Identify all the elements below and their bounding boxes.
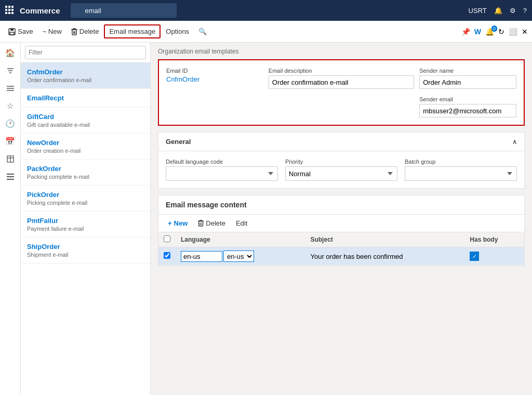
close-icon[interactable]: ✕ — [522, 28, 528, 36]
language-input[interactable] — [181, 251, 222, 262]
clock-icon[interactable]: 🕐 — [2, 115, 19, 132]
content-delete-label: Delete — [206, 219, 225, 227]
template-box: Email ID CnfmOrder Email description Sen… — [158, 59, 525, 126]
refresh-icon[interactable]: ↻ — [498, 28, 504, 36]
content-delete-button[interactable]: Delete — [194, 218, 230, 229]
general-section-body: Default language code Priority Normal Hi… — [158, 151, 524, 188]
sender-name-input[interactable] — [419, 75, 516, 89]
sender-email-field: Sender email — [419, 96, 516, 117]
toolbar-search-button[interactable]: 🔍 — [194, 25, 211, 37]
item-title-shiporder: ShipOrder — [27, 243, 144, 251]
app-title: Commerce — [20, 6, 60, 15]
filter-input[interactable] — [25, 46, 146, 59]
toolbar: Save ~ New Delete Email message Options … — [0, 21, 532, 43]
item-title-pickorder: PickOrder — [27, 191, 144, 199]
pin-icon[interactable]: 📌 — [461, 28, 470, 36]
content-new-button[interactable]: + New — [164, 218, 192, 229]
search-wrapper: 🔍 — [71, 3, 177, 18]
general-section: General ∧ Default language code Priority… — [158, 132, 525, 189]
open-in-icon[interactable]: ⬜ — [509, 28, 517, 36]
filter-icon[interactable] — [2, 62, 19, 79]
save-button[interactable]: Save — [4, 25, 37, 37]
row-check-cell — [158, 247, 176, 266]
main-layout: 🏠 ☆ 🕐 📅 CnfmOrder Order confirmation e-m… — [0, 43, 532, 395]
svg-rect-2 — [11, 6, 14, 8]
save-label: Save — [18, 28, 33, 35]
row-checkbox[interactable] — [164, 252, 170, 259]
email-desc-label: Email description — [269, 68, 414, 74]
item-subtitle-pmtfailur: Payment failure e-mail — [27, 226, 144, 232]
svg-rect-24 — [7, 174, 14, 175]
hasbody-cell: ✓ — [464, 247, 524, 266]
list-panel: CnfmOrder Order confirmation e-mail Emai… — [21, 43, 151, 395]
item-title-neworder: NewOrder — [27, 139, 144, 147]
list-icon[interactable] — [2, 80, 19, 97]
calendar-icon[interactable]: 📅 — [2, 133, 19, 150]
email-desc-input[interactable] — [269, 75, 414, 89]
delete-button[interactable]: Delete — [67, 25, 103, 37]
svg-rect-4 — [8, 9, 10, 11]
list-item-pmtfailur[interactable]: PmtFailur Payment failure e-mail — [21, 212, 150, 238]
select-all-checkbox[interactable] — [164, 235, 170, 242]
svg-rect-8 — [11, 12, 14, 14]
sender-name-field: Sender name — [419, 68, 516, 89]
icon-bar: 🏠 ☆ 🕐 📅 — [0, 43, 21, 395]
lang-code-label: Default language code — [166, 159, 278, 165]
list-item-cnfmorder[interactable]: CnfmOrder Order confirmation e-mail — [21, 63, 150, 89]
item-title-pmtfailur: PmtFailur — [27, 217, 144, 225]
word-icon[interactable]: W — [474, 28, 481, 36]
svg-rect-5 — [11, 9, 14, 11]
table-row[interactable]: en-us Your order has been confirmed ✓ — [158, 247, 524, 266]
language-dropdown[interactable]: en-us — [223, 251, 254, 262]
item-title-cnfmorder: CnfmOrder — [27, 68, 144, 76]
svg-rect-11 — [10, 32, 14, 35]
svg-rect-27 — [199, 221, 203, 227]
general-section-header[interactable]: General ∧ — [158, 133, 524, 151]
priority-select[interactable]: Normal High Low — [285, 166, 397, 181]
lang-cell: en-us — [181, 251, 300, 262]
general-fields-row: Default language code Priority Normal Hi… — [166, 159, 517, 181]
new-button[interactable]: ~ New — [38, 25, 66, 37]
bell-icon[interactable]: 🔔 — [494, 7, 502, 15]
notification-icon[interactable]: 🔔0 — [485, 28, 494, 36]
list-filter-area — [21, 43, 150, 63]
home-icon[interactable]: 🏠 — [2, 45, 19, 61]
content-new-label: New — [174, 219, 188, 227]
general-title: General — [166, 138, 191, 146]
list-item-shiporder[interactable]: ShipOrder Shipment e-mail — [21, 238, 150, 264]
svg-rect-25 — [7, 176, 14, 177]
spacer1 — [166, 94, 263, 117]
content-edit-button[interactable]: Edit — [232, 218, 251, 229]
item-title-emailrecpt: EmailRecpt — [27, 94, 144, 102]
content-edit-label: Edit — [236, 219, 247, 227]
priority-field: Priority Normal High Low — [285, 159, 397, 181]
list-item-emailrecpt[interactable]: EmailRecpt — [21, 89, 150, 108]
list-item-neworder[interactable]: NewOrder Order creation e-mail — [21, 134, 150, 160]
top-nav: Commerce 🔍 USRT 🔔 ⚙ ? — [0, 0, 532, 21]
content-section: Email message content + New Delete Edit — [158, 195, 525, 266]
grid-icon[interactable] — [5, 6, 14, 16]
item-title-packorder: PackOrder — [27, 165, 144, 173]
template-section-title: Organization email templates — [158, 48, 525, 55]
star-icon[interactable]: ☆ — [2, 98, 19, 114]
lines-icon[interactable] — [2, 168, 19, 185]
active-tab-label: Email message — [109, 28, 155, 35]
batch-group-select[interactable] — [405, 166, 517, 181]
email-message-tab[interactable]: Email message — [104, 24, 161, 38]
list-item-packorder[interactable]: PackOrder Packing complete e-mail — [21, 160, 150, 186]
settings-icon[interactable]: ⚙ — [510, 7, 516, 15]
list-item-pickorder[interactable]: PickOrder Picking complete e-mail — [21, 186, 150, 212]
table-icon[interactable] — [2, 151, 19, 167]
help-icon[interactable]: ? — [523, 7, 527, 15]
item-subtitle-packorder: Packing complete e-mail — [27, 174, 144, 180]
lang-code-select[interactable] — [166, 166, 278, 181]
options-button[interactable]: Options — [162, 25, 193, 37]
item-title-giftcard: GiftCard — [27, 113, 144, 121]
new-label: ~ New — [43, 28, 62, 35]
global-search-input[interactable] — [71, 3, 177, 18]
sender-email-input[interactable] — [419, 104, 516, 117]
subject-cell: Your order has been confirmed — [305, 247, 464, 266]
svg-rect-0 — [5, 6, 7, 8]
list-item-giftcard[interactable]: GiftCard Gift card available e-mail — [21, 108, 150, 134]
email-id-value: CnfmOrder — [166, 75, 263, 83]
